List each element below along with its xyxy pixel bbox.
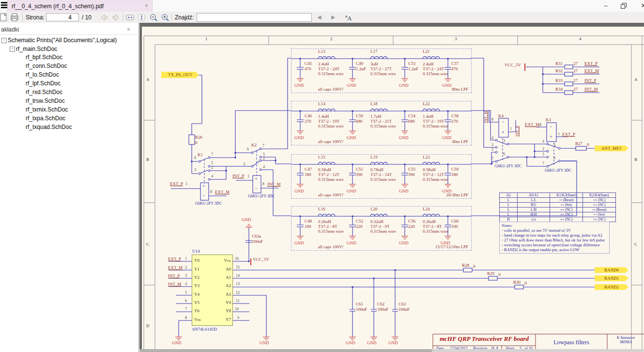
table-row: LH/L+- (Set)++ (NC) bbox=[500, 203, 616, 208]
note-line: - BAND2 is the output enable pin, active… bbox=[502, 247, 607, 252]
cap-ref: C47 bbox=[305, 167, 312, 172]
bank-note: all caps 100V! bbox=[318, 140, 343, 144]
pin-name: Y8 bbox=[218, 309, 231, 314]
gnd-label: GND bbox=[242, 218, 251, 223]
collapse-icon[interactable]: - bbox=[10, 47, 15, 52]
tree-item-label: rf_txmix.SchDoc bbox=[26, 106, 68, 113]
resistor-ref: R29 bbox=[487, 272, 494, 276]
fit-page-icon[interactable] bbox=[138, 14, 146, 21]
table-header: K2/K4(State) bbox=[583, 193, 616, 198]
port-ant-met: ANT_MET bbox=[595, 145, 629, 151]
tree-item[interactable]: rf_trsw.SchDoc bbox=[26, 97, 65, 106]
power-label: VCC_5V bbox=[253, 257, 269, 262]
zoom-in-icon[interactable] bbox=[161, 13, 170, 22]
restore-button[interactable] bbox=[621, 3, 627, 8]
gnd-label: GND bbox=[399, 83, 409, 88]
open-file-icon[interactable] bbox=[0, 13, 7, 21]
pin-number: 5 bbox=[542, 153, 544, 157]
tree-item[interactable]: rf_conn.SchDoc bbox=[26, 63, 67, 71]
tab-close-icon[interactable]: × bbox=[145, 2, 148, 9]
net-label: EXT_P bbox=[562, 132, 575, 137]
toolbar-separator bbox=[123, 13, 123, 21]
resistor-ref: R30 bbox=[513, 280, 521, 285]
relay-part: G6KU-2FY 3DC bbox=[545, 169, 571, 173]
find-previous-icon[interactable]: ◀ bbox=[317, 14, 321, 20]
tab-bar: rf__0_4_schem (rf_0_4_schem).pdf × – ✕ bbox=[0, 0, 644, 12]
page-number-input[interactable] bbox=[46, 13, 79, 21]
pin-number: 6 bbox=[553, 156, 555, 160]
cap-value: 270 bbox=[451, 119, 458, 124]
divider bbox=[0, 34, 139, 35]
minimize-button[interactable]: – bbox=[599, 0, 612, 11]
pin-number: 13 bbox=[236, 282, 240, 287]
gnd-label: GND bbox=[172, 341, 182, 346]
pin-number: 7 bbox=[262, 144, 264, 148]
inductor-wire: 0.315mm wire bbox=[318, 229, 344, 234]
pin-number: 2 bbox=[542, 147, 544, 151]
tree-item[interactable]: rf_lo.SchDoc bbox=[26, 71, 59, 80]
pin-number: 4 bbox=[211, 175, 213, 179]
forward-icon[interactable] bbox=[111, 14, 122, 21]
tree-item[interactable]: rf_txpa.SchDoc bbox=[26, 115, 65, 123]
pin-number: 7 bbox=[185, 307, 187, 312]
cap-ref: C58 bbox=[451, 114, 459, 119]
pin-number: 6 bbox=[503, 152, 505, 157]
inductor-ref: L14 bbox=[318, 102, 325, 107]
row-marker: A bbox=[146, 78, 150, 82]
tree-item[interactable]: rf_lpf.SchDoc bbox=[26, 80, 61, 88]
tree-item-label: rf_lo.SchDoc bbox=[26, 71, 59, 78]
cap-ref: C60 bbox=[451, 219, 459, 224]
close-button[interactable]: ✕ bbox=[637, 0, 644, 11]
cap-ref: C61 bbox=[356, 302, 363, 307]
print-icon[interactable] bbox=[10, 13, 19, 21]
pin-number: 1 bbox=[510, 127, 512, 131]
cap-value: 220 bbox=[408, 224, 415, 229]
table-row: Hx/x++ (NC)++ (NC) bbox=[500, 217, 616, 222]
document-tab[interactable]: rf__0_4_schem (rf_0_4_schem).pdf × bbox=[7, 0, 153, 12]
scrollbar-thumb[interactable] bbox=[139, 349, 432, 352]
zoom-out-icon[interactable] bbox=[149, 13, 158, 22]
pin-number: 5 bbox=[491, 148, 493, 152]
resistor-ref: R27 bbox=[575, 142, 583, 146]
cap-ref: C63a bbox=[252, 234, 261, 239]
coil-plus: + bbox=[502, 129, 505, 135]
cap-value: 220 bbox=[356, 224, 363, 229]
cap-ref: C52 bbox=[356, 219, 363, 224]
column-marker: 4 bbox=[579, 37, 582, 42]
tree-item[interactable]: rf_txquad.SchDoc bbox=[26, 124, 72, 132]
back-icon[interactable] bbox=[98, 14, 109, 21]
gnd-label: GND bbox=[294, 241, 304, 246]
resistor-ref: R32 bbox=[555, 69, 563, 74]
net-label: INT_P bbox=[168, 274, 180, 279]
find-input[interactable] bbox=[197, 13, 312, 22]
tab-title: rf__0_4_schem (rf_0_4_schem).pdf bbox=[12, 3, 104, 10]
pin-number: 1 bbox=[185, 182, 187, 187]
pin-number: 6 bbox=[194, 156, 196, 160]
tree-item[interactable]: rf_rxd.SchDoc bbox=[26, 89, 62, 97]
tree-item[interactable]: rf_txmix.SchDoc bbox=[26, 106, 68, 114]
port-band1: BAND1 bbox=[595, 275, 629, 281]
fit-width-icon[interactable] bbox=[126, 14, 135, 21]
lpf-bank-20-30m: C47 180 L15 0.58uH T37-2 - 12T 0.315mm w… bbox=[291, 154, 472, 199]
table-row: LL/H++ (NC)-+ (Reset) bbox=[500, 208, 616, 212]
bank-label: 15/17/12/10m LPF bbox=[435, 245, 468, 250]
tree-item-label: rf_lpf.SchDoc bbox=[26, 80, 61, 87]
pin-number: 2 bbox=[491, 143, 493, 147]
find-next-icon[interactable]: ▶ bbox=[331, 14, 335, 20]
gnd-label: GND bbox=[347, 83, 356, 88]
row-marker: B bbox=[146, 158, 149, 162]
tree-item-label: rf_conn.SchDoc bbox=[26, 63, 67, 69]
match-case-icon[interactable]: aA bbox=[345, 14, 352, 22]
inductor-wire: 0.315mm wire bbox=[423, 124, 448, 129]
resistor-ref: R34 bbox=[555, 87, 563, 92]
tree-item-label: rf_main.SchDoc bbox=[16, 46, 57, 52]
net-label: EXT_M bbox=[215, 190, 230, 195]
pin-name: Y0 bbox=[194, 258, 199, 263]
tree-item[interactable]: rf_bpf.SchDoc bbox=[26, 54, 62, 62]
pin-number: 4 bbox=[263, 165, 265, 170]
collapse-icon[interactable]: - bbox=[1, 38, 7, 43]
horizontal-scrollbar[interactable] bbox=[139, 349, 644, 352]
coil-minus: - bbox=[550, 124, 552, 129]
bookmarks-close-icon[interactable]: × bbox=[127, 26, 130, 33]
pin-name: A2 bbox=[218, 284, 231, 288]
